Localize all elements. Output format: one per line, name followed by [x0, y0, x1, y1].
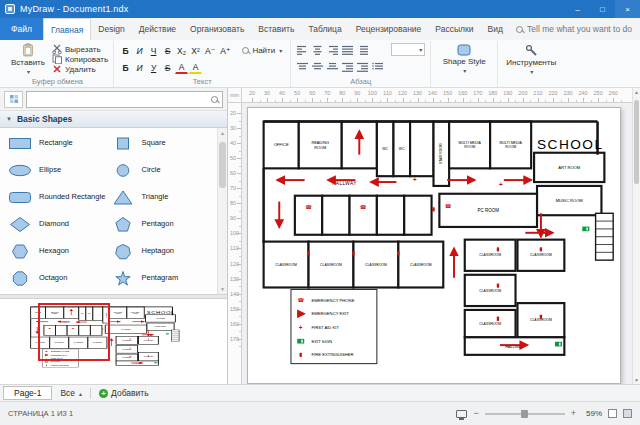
format-button-X₂[interactable]: X₂: [175, 44, 188, 57]
copy-button[interactable]: Копировать: [52, 54, 108, 64]
format-button-А⁺[interactable]: А⁺: [218, 44, 232, 57]
shape-ellipse[interactable]: Ellipse: [8, 157, 111, 184]
tab-Действие[interactable]: Действие: [132, 18, 183, 40]
valign-top-icon[interactable]: [296, 62, 310, 74]
format-button-И[interactable]: И: [133, 61, 146, 74]
floor-plan-canvas[interactable]: OFFICEREADINGROOMWCWCSTAIR ROOMMULTI MED…: [248, 108, 620, 383]
fit-width-icon[interactable]: [623, 409, 632, 418]
vertical-scrollbar[interactable]: ▲ ▼: [632, 88, 640, 384]
valign-bottom-icon[interactable]: [326, 62, 340, 74]
format-button-S[interactable]: S: [161, 44, 174, 57]
svg-text:ROOM: ROOM: [464, 145, 475, 149]
paste-caret-icon: ▾: [27, 68, 30, 75]
shape-pentagon[interactable]: Pentagon: [111, 211, 214, 238]
collapse-arrow-icon: ▼: [6, 116, 12, 122]
format-button-Б[interactable]: Б: [119, 44, 132, 57]
find-button[interactable]: Найти ▾: [239, 43, 285, 57]
indent-increase-icon[interactable]: [356, 62, 370, 74]
format-button-X²[interactable]: X²: [189, 44, 202, 57]
v-ruler: 2030405060708090100110120130140150160170: [228, 103, 242, 384]
close-button[interactable]: ×: [615, 0, 640, 18]
tab-Design[interactable]: Design: [91, 18, 131, 40]
bullet-list-icon[interactable]: [371, 62, 385, 74]
tab-Рассылки[interactable]: Рассылки: [428, 18, 480, 40]
tell-me-search[interactable]: Tell me what you want to do: [516, 18, 640, 40]
format-button-А[interactable]: А: [189, 61, 202, 74]
align-right-icon[interactable]: [326, 45, 340, 57]
delete-button[interactable]: Удалить: [52, 64, 108, 74]
format-button-У[interactable]: У: [147, 61, 160, 74]
svg-text:+: +: [131, 322, 133, 323]
scroll-up-icon[interactable]: ▲: [218, 130, 227, 136]
shape-pentagram[interactable]: Pentagram: [111, 265, 214, 292]
tab-Вставить[interactable]: Вставить: [251, 18, 301, 40]
shape-heptagon[interactable]: Heptagon: [111, 238, 214, 265]
format-button-И[interactable]: И: [133, 44, 146, 57]
viewport-indicator[interactable]: [38, 303, 110, 361]
maximize-button[interactable]: □: [590, 0, 615, 18]
scroll-down-icon[interactable]: ▼: [218, 286, 227, 292]
shape-style-button[interactable]: Shape Style ▾: [436, 43, 492, 75]
fit-page-icon[interactable]: [608, 409, 617, 418]
format-button-Б[interactable]: Б: [119, 61, 132, 74]
tab-Организовать[interactable]: Организовать: [183, 18, 251, 40]
page-tab-1[interactable]: Page-1: [3, 386, 52, 400]
shape-search-box: [26, 91, 223, 108]
shape-rectangle[interactable]: Rectangle: [8, 130, 111, 157]
zoom-out-button[interactable]: −: [473, 409, 478, 418]
zoom-slider-thumb[interactable]: [521, 410, 528, 418]
line-spacing-icon[interactable]: [356, 45, 370, 57]
shape-triangle[interactable]: Triangle: [111, 184, 214, 211]
shapes-scrollbar[interactable]: ▲ ▼: [217, 128, 227, 294]
shape-label: Octagon: [39, 274, 67, 282]
tab-Рецензирование[interactable]: Рецензирование: [349, 18, 429, 40]
shape-search-input[interactable]: [31, 95, 208, 104]
shape-rounded-rectangle[interactable]: Rounded Rectangle: [8, 184, 111, 211]
align-justify-icon[interactable]: [341, 45, 355, 57]
tab-file[interactable]: Файл: [0, 18, 43, 40]
scroll-up-icon[interactable]: ▲: [633, 89, 640, 95]
shape-search-icon[interactable]: [211, 96, 218, 103]
cut-button[interactable]: Вырезать: [52, 44, 108, 54]
shape-octagon[interactable]: Octagon: [8, 265, 111, 292]
all-pages-button[interactable]: Все ▴: [55, 388, 87, 398]
add-page-button[interactable]: + Добавить: [94, 388, 154, 398]
minimize-button[interactable]: –: [565, 0, 590, 18]
svg-text:SCHOOL: SCHOOL: [537, 137, 603, 152]
tab-Главная[interactable]: Главная: [43, 18, 91, 40]
shape-circle[interactable]: Circle: [111, 157, 214, 184]
valign-middle-icon[interactable]: [311, 62, 325, 74]
shape-hexagon[interactable]: Hexagon: [8, 238, 111, 265]
scrollbar-thumb[interactable]: [634, 100, 639, 184]
sidebar-toolbar: [0, 88, 227, 111]
tools-group: Инструменты ▾: [498, 41, 564, 87]
clipboard-group-label: Буфер обмена: [2, 77, 113, 86]
title-bar: MyDraw - Document1.ndx – □ ×: [0, 0, 640, 18]
style-dropdown-caret-icon: ▾: [419, 46, 422, 53]
format-button-Ч[interactable]: Ч: [147, 44, 160, 57]
style-dropdown[interactable]: ▾: [391, 43, 425, 56]
zoom-in-button[interactable]: +: [571, 409, 576, 418]
scrollbar-thumb[interactable]: [219, 142, 226, 188]
shape-diamond[interactable]: Diamond: [8, 211, 111, 238]
status-bar: СТРАНИЦА 1 ИЗ 1 − + 59%: [0, 401, 640, 425]
presentation-mode-icon[interactable]: [456, 410, 467, 418]
zoom-slider[interactable]: [485, 413, 565, 415]
tab-Вид[interactable]: Вид: [481, 18, 510, 40]
format-button-А[interactable]: А: [175, 61, 188, 74]
paste-button[interactable]: Вставить ▾: [7, 43, 49, 75]
format-button-А⁻[interactable]: А⁻: [203, 44, 217, 57]
tab-Таблица[interactable]: Таблица: [301, 18, 348, 40]
library-button[interactable]: [4, 91, 23, 108]
svg-text:ROOM: ROOM: [116, 313, 121, 314]
shape-square[interactable]: Square: [111, 130, 214, 157]
tools-button[interactable]: Инструменты ▾: [503, 43, 559, 75]
align-center-icon[interactable]: [311, 45, 325, 57]
svg-text:+: +: [413, 176, 417, 183]
format-button-S[interactable]: S: [161, 61, 174, 74]
scroll-down-icon[interactable]: ▼: [633, 377, 640, 383]
align-left-icon[interactable]: [296, 45, 310, 57]
copy-label: Копировать: [65, 55, 108, 64]
indent-decrease-icon[interactable]: [341, 62, 355, 74]
shapes-panel-header[interactable]: ▼ Basic Shapes: [0, 111, 227, 128]
